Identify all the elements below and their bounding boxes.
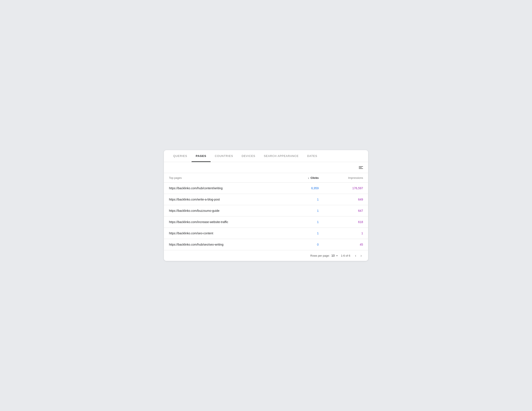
cell-impressions: 45 [324, 239, 368, 250]
cell-url[interactable]: https://backlinko.com/seo-content [164, 228, 286, 239]
cell-url[interactable]: https://backlinko.com/hub/content/writin… [164, 183, 286, 194]
page-info: 1-6 of 6 [341, 254, 350, 257]
tab-devices[interactable]: DEVICES [237, 150, 259, 162]
cell-impressions: 1 [324, 228, 368, 239]
rows-per-page-value: 10 [331, 254, 335, 257]
cell-clicks: 1 [286, 228, 324, 239]
tab-dates[interactable]: DATES [303, 150, 322, 162]
pagination-bar: Rows per page: 10 ▾ 1-6 of 6 ‹ › [164, 250, 368, 261]
col-header-clicks[interactable]: ↓ Clicks [286, 173, 324, 183]
table-row: https://backlinko.com/buzzsumo-guide1647 [164, 205, 368, 216]
data-table: Top pages ↓ Clicks Impressions https://b… [164, 173, 368, 250]
main-card: QUERIES PAGES COUNTRIES DEVICES SEARCH A… [164, 150, 368, 261]
cell-url[interactable]: https://backlinko.com/buzzsumo-guide [164, 205, 286, 216]
cell-impressions: 618 [324, 216, 368, 228]
cell-clicks: 1 [286, 216, 324, 228]
table-row: https://backlinko.com/hub/seo/seo-writin… [164, 239, 368, 250]
cell-impressions: 649 [324, 194, 368, 205]
prev-page-button[interactable]: ‹ [354, 253, 358, 258]
table-row: https://backlinko.com/seo-content11 [164, 228, 368, 239]
cell-impressions: 176,597 [324, 183, 368, 194]
tab-countries[interactable]: COUNTRIES [211, 150, 238, 162]
tab-pages[interactable]: PAGES [191, 150, 211, 162]
rows-per-page-control: Rows per page: 10 ▾ [310, 254, 338, 257]
cell-clicks: 0 [286, 239, 324, 250]
cell-clicks: 1 [286, 205, 324, 216]
filter-button[interactable] [359, 166, 363, 169]
filter-row [164, 162, 368, 173]
table-row: https://backlinko.com/increase-website-t… [164, 216, 368, 228]
sort-down-icon: ↓ [308, 176, 309, 179]
cell-url[interactable]: https://backlinko.com/write-a-blog-post [164, 194, 286, 205]
tab-bar: QUERIES PAGES COUNTRIES DEVICES SEARCH A… [164, 150, 368, 162]
tab-search-appearance[interactable]: SEARCH APPEARANCE [260, 150, 303, 162]
page-nav: ‹ › [354, 253, 363, 258]
col-header-impressions[interactable]: Impressions [324, 173, 368, 183]
table-row: https://backlinko.com/write-a-blog-post1… [164, 194, 368, 205]
cell-impressions: 647 [324, 205, 368, 216]
cell-url[interactable]: https://backlinko.com/increase-website-t… [164, 216, 286, 228]
cell-clicks: 1 [286, 194, 324, 205]
table-row: https://backlinko.com/hub/content/writin… [164, 183, 368, 194]
cell-clicks: 6,959 [286, 183, 324, 194]
rows-per-page-label: Rows per page: [310, 254, 330, 257]
col-header-pages: Top pages [164, 173, 286, 183]
cell-url[interactable]: https://backlinko.com/hub/seo/seo-writin… [164, 239, 286, 250]
rows-dropdown-icon[interactable]: ▾ [336, 255, 338, 257]
tab-queries[interactable]: QUERIES [169, 150, 191, 162]
next-page-button[interactable]: › [359, 253, 363, 258]
